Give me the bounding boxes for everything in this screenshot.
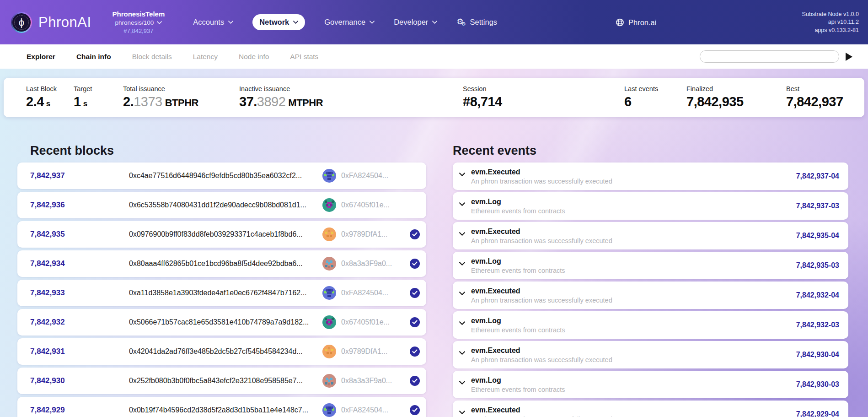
nav-menu-item[interactable]: Accounts [193,14,233,30]
author-identicon [322,315,336,329]
expand-chevron-icon[interactable] [459,348,471,357]
stat-label: Session [463,85,502,92]
event-row: evm.Log Ethereum events from contracts 7… [453,371,848,398]
stat-item: Inactive issuance 37.3892MTPHR [239,78,323,109]
block-author-address[interactable]: 0xFA824504... [341,406,410,414]
event-text: evm.Executed An phron transaction was su… [471,168,612,185]
event-block-link[interactable]: 7,842,929-04 [796,410,839,417]
nav-menu-item[interactable]: Network [252,14,305,30]
stat-item: Session #8,714 [463,78,502,109]
block-number-link[interactable]: 7,842,929 [30,406,129,415]
tab[interactable]: Latency [193,53,218,61]
block-row: 7,842,937 0xc4ae77516d6448946cf9efdb5cd8… [17,162,426,189]
settings-button[interactable]: ⚙ ⚙ Settings [456,18,497,27]
tab[interactable]: Explorer [27,53,55,61]
expand-chevron-icon[interactable] [459,319,471,327]
block-number-link[interactable]: 7,842,936 [30,200,129,210]
stat-value: 7,842,935 [686,94,744,109]
block-row: 7,842,934 0x80aaa4ff62865b01ce1bcd96ba8f… [17,250,426,277]
block-author-address[interactable]: 0x8a3a3F9a0... [341,260,410,268]
expand-chevron-icon[interactable] [459,259,471,267]
finalized-check-icon [410,259,420,269]
stat-label: Best [786,85,843,92]
block-search-input[interactable] [700,50,839,63]
expand-chevron-icon[interactable] [459,378,471,386]
site-link[interactable]: Phron.ai [616,18,656,27]
stat-value: 37.3892MTPHR [239,94,323,109]
block-author-address[interactable]: 0xFA824504... [341,172,410,180]
block-number-link[interactable]: 7,842,937 [30,171,129,180]
search-submit-button[interactable] [846,53,852,61]
block-author-address[interactable]: 0x9789DfA1... [341,230,410,238]
settings-label: Settings [470,18,498,27]
site-link-label: Phron.ai [628,18,656,27]
nav-menu-item[interactable]: Developer [394,14,437,30]
block-author-address[interactable]: 0x67405f01e... [341,201,410,209]
event-block-link[interactable]: 7,842,937-04 [796,172,839,180]
stat-label: Finalized [686,85,744,92]
block-author-address[interactable]: 0xFA824504... [341,289,410,297]
block-hash: 0xa11d3858e1a3903fdede4af1e0ec6762f4847b… [129,289,322,297]
block-number-link[interactable]: 7,842,935 [30,230,129,239]
event-text: evm.Executed An phron transaction was su… [471,227,612,244]
stat-label: Last events [624,85,658,92]
finalized-check-icon [410,347,420,357]
event-block-link[interactable]: 7,842,935-04 [796,232,839,240]
event-block-link[interactable]: 7,842,935-03 [796,261,839,270]
event-name: evm.Log [471,317,565,325]
block-number-link[interactable]: 7,842,932 [30,318,129,327]
expand-chevron-icon[interactable] [459,408,471,416]
tab[interactable]: Node info [239,53,269,61]
recent-blocks-title: Recent blocks [30,144,114,158]
block-number-link[interactable]: 7,842,933 [30,288,129,298]
expand-chevron-icon[interactable] [459,289,471,297]
recent-events-list: evm.Executed An phron transaction was su… [453,162,848,417]
brand-name: PhronAI [38,14,91,31]
finalized-check-icon [410,376,420,386]
tab[interactable]: API stats [290,53,318,61]
block-hash: 0x42041da2ad76ff3e485b2dc5b27cf545b45842… [129,347,322,356]
event-block-link[interactable]: 7,842,937-03 [796,202,839,210]
event-row: evm.Executed An phron transaction was su… [453,222,848,249]
block-hash: 0x80aaa4ff62865b01ce1bcd96ba8f5d4dee92bd… [129,260,322,268]
expand-chevron-icon[interactable] [459,170,471,178]
tab-label: Node info [239,53,269,60]
tab[interactable]: Chain info [76,53,111,61]
block-hash: 0x5066e71b57cac81e65d3581e410b74789a7a9d… [129,318,322,326]
author-identicon [322,403,336,417]
event-name: evm.Log [471,198,565,206]
stat-item: Target 1s [74,78,92,109]
chain-spec: phronesis/100 [115,19,154,26]
event-block-link[interactable]: 7,842,932-04 [796,291,839,299]
nav-menu-item[interactable]: Governance [324,14,375,30]
block-author-address[interactable]: 0x67405f01e... [341,318,410,326]
event-description: Ethereum events from contracts [471,207,565,215]
tab-label: API stats [290,53,318,60]
block-number-link[interactable]: 7,842,930 [30,376,129,385]
stat-value: 1s [74,94,92,109]
author-identicon [322,286,336,300]
block-number-link[interactable]: 7,842,934 [30,259,129,268]
event-text: evm.Log Ethereum events from contracts [471,198,565,215]
tab-label: Chain info [76,53,111,60]
stat-item: Last events 6 [624,78,658,109]
block-number-link[interactable]: 7,842,931 [30,347,129,356]
chain-selector[interactable]: PhronesisTelem phronesis/100 #7,842,937 [113,10,165,34]
expand-chevron-icon[interactable] [459,229,471,238]
chevron-down-icon [432,21,437,24]
phronai-logo: ϕ [11,12,32,33]
expand-chevron-icon[interactable] [459,200,471,208]
event-block-link[interactable]: 7,842,930-04 [796,351,839,359]
author-identicon [322,198,336,212]
block-hash: 0x6c53558b74080431dd1f2de90adecc9b08bd08… [129,201,322,209]
tab[interactable]: Block details [132,53,172,61]
event-block-link[interactable]: 7,842,932-03 [796,321,839,329]
block-row: 7,842,935 0x0976900b9ff0f83dd8feb0392933… [17,221,426,248]
stat-label: Total issuance [123,85,198,92]
block-hash: 0xc4ae77516d6448946cf9efdb5cd80b35ea6032… [129,172,322,180]
block-author-address[interactable]: 0x9789DfA1... [341,347,410,356]
event-text: evm.Log Ethereum events from contracts [471,376,565,393]
nav-menu-label: Network [259,18,289,27]
block-author-address[interactable]: 0x8a3a3F9a0... [341,377,410,385]
event-block-link[interactable]: 7,842,930-03 [796,380,839,389]
